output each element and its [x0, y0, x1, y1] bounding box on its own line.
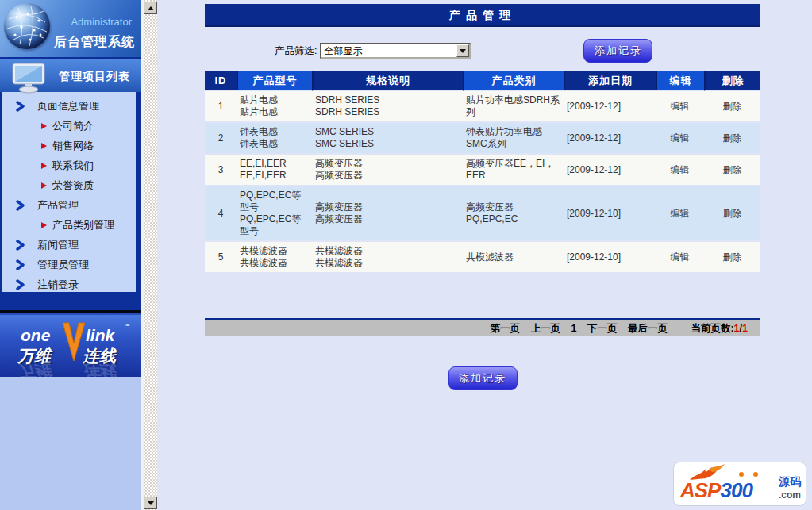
cell-date: [2009-12-12]	[564, 155, 656, 186]
table-row: 2 钟表电感 钟表电感 SMC SERIES SMC SERIES 钟表贴片功率…	[205, 123, 760, 155]
edit-link[interactable]: 编辑	[671, 164, 690, 175]
asp300-logo: ASP300 源码 .com	[673, 462, 806, 506]
cell-category: 贴片功率电感SDRH系列	[463, 91, 564, 123]
current-page-number: 1	[734, 323, 740, 334]
table-row: 3 EE,EI,EER EE,EI,EER 高频变压器 高频变压器 高频变压器E…	[205, 155, 760, 186]
cell-spec: SMC SERIES SMC SERIES	[312, 123, 463, 155]
triangle-right-icon	[41, 143, 47, 149]
sidebar-item-label: 产品管理	[37, 198, 79, 213]
cell-spec: 共模滤波器 共模滤波器	[312, 242, 463, 274]
triangle-right-icon	[41, 123, 47, 129]
pagination-bar: 第一页 上一页 1 下一页 最后一页 当前页数:1/1	[205, 318, 760, 336]
cell-model: 钟表电感 钟表电感	[237, 123, 312, 155]
cell-model: EE,EI,EER EE,EI,EER	[237, 155, 312, 186]
cell-category: 共模滤波器	[463, 242, 564, 274]
add-record-button[interactable]: 添加记录	[583, 39, 652, 63]
cell-category: 高频变压器EE，EI，EER	[463, 155, 564, 186]
chevron-right-icon	[16, 240, 25, 251]
chevron-right-icon	[16, 101, 25, 112]
prev-page-link[interactable]: 上一页	[531, 323, 561, 334]
select-value: 全部显示	[321, 44, 456, 57]
edit-link[interactable]: 编辑	[671, 101, 690, 112]
cell-category: 钟表贴片功率电感SMC系列	[463, 123, 564, 155]
col-header-spec: 规格说明	[312, 71, 463, 91]
total-pages-number: 1	[742, 323, 748, 334]
cell-model: PQ,EPC,EC等型号 PQ,EPC,EC等型号	[237, 186, 312, 242]
sidebar: Administrator 后台管理系统 管理项目列表 页面信息管理 公司简介 …	[0, 0, 141, 510]
sidebar-item-product-category-mgmt[interactable]: 产品类别管理	[2, 215, 136, 235]
delete-link[interactable]: 删除	[723, 164, 742, 175]
sidebar-item-honors[interactable]: 荣誉资质	[2, 175, 136, 195]
table-row: 5 共模滤波器 共模滤波器 共模滤波器 共模滤波器 共模滤波器 [2009-12…	[205, 242, 760, 274]
monitor-icon	[10, 62, 51, 97]
onelink-logo: one link ™ 万维 连线 万维 连线	[0, 313, 141, 377]
logo-dot	[753, 472, 758, 477]
cell-id: 1	[205, 91, 237, 123]
com-text: .com	[779, 489, 801, 500]
triangle-down-icon	[148, 501, 154, 505]
sidebar-item-news-mgmt[interactable]: 新闻管理	[2, 235, 136, 255]
table-header-row: ID 产品型号 规格说明 产品类别 添加日期 编辑 删除	[205, 71, 760, 91]
sidebar-item-label: 产品类别管理	[52, 218, 114, 232]
cell-id: 4	[205, 186, 237, 242]
yuanma-text: 源码	[779, 475, 801, 489]
cell-category: 高频变压器PQ,EPC,EC	[463, 186, 564, 242]
edit-link[interactable]: 编辑	[671, 208, 690, 219]
sidebar-item-label: 页面信息管理	[37, 99, 99, 113]
add-record-button-bottom[interactable]: 添加记录	[448, 366, 518, 390]
sidebar-item-sales-network[interactable]: 销售网络	[2, 136, 136, 155]
sidebar-item-label: 注销登录	[37, 278, 79, 292]
delete-link[interactable]: 删除	[723, 132, 742, 144]
main-area: 产品管理 产品筛选: 全部显示 添加记录 ID 产品型号 规格说明 产品类别 添…	[157, 0, 812, 510]
edit-link[interactable]: 编辑	[671, 132, 690, 144]
cell-model: 贴片电感 贴片电感	[237, 91, 312, 123]
menu-footer-bar	[0, 292, 141, 310]
vertical-scrollbar[interactable]	[144, 0, 157, 510]
page-title: 产品管理	[205, 4, 760, 27]
sidebar-subheader: 管理项目列表	[0, 57, 141, 92]
globe-icon	[4, 3, 50, 49]
sidebar-menu: 页面信息管理 公司简介 销售网络 联系我们 荣誉资质 产品管理 产品类别管理	[0, 92, 141, 292]
cell-id: 2	[205, 123, 237, 155]
scroll-down-button[interactable]	[144, 497, 157, 509]
sidebar-item-admin-mgmt[interactable]: 管理员管理	[2, 255, 136, 274]
delete-link[interactable]: 删除	[723, 101, 742, 112]
product-filter-select[interactable]: 全部显示	[320, 43, 471, 59]
page-number-link[interactable]: 1	[571, 323, 577, 334]
table-row: 4 PQ,EPC,EC等型号 PQ,EPC,EC等型号 高频变压器 高频变压器 …	[205, 186, 760, 242]
cell-spec: SDRH SERIES SDRH SERIES	[312, 91, 463, 123]
sidebar-item-label: 公司简介	[52, 119, 94, 133]
asp-number: 300	[720, 478, 752, 502]
sidebar-item-company-intro[interactable]: 公司简介	[2, 116, 136, 136]
last-page-link[interactable]: 最后一页	[628, 323, 668, 334]
onelink-logo-link: link	[86, 326, 114, 345]
col-header-category: 产品类别	[463, 71, 564, 91]
col-header-date: 添加日期	[564, 71, 656, 91]
onelink-logo-cn: 万维	[17, 345, 51, 367]
scroll-up-button[interactable]	[144, 2, 157, 14]
first-page-link[interactable]: 第一页	[491, 323, 521, 334]
delete-link[interactable]: 删除	[723, 251, 742, 263]
sidebar-item-label: 荣誉资质	[52, 178, 94, 193]
edit-link[interactable]: 编辑	[671, 251, 690, 263]
menu-title: 管理项目列表	[59, 70, 130, 84]
onelink-logo-one: one	[21, 326, 50, 345]
filter-label: 产品筛选:	[275, 44, 317, 58]
triangle-right-icon	[41, 222, 47, 228]
chevron-right-icon	[16, 200, 25, 211]
col-header-edit: 编辑	[656, 71, 704, 91]
chevron-right-icon	[16, 259, 25, 270]
sidebar-item-product-mgmt[interactable]: 产品管理	[2, 195, 136, 215]
sidebar-item-page-info[interactable]: 页面信息管理	[2, 96, 136, 116]
sidebar-item-label: 新闻管理	[37, 238, 79, 252]
triangle-up-icon	[148, 6, 154, 10]
dropdown-arrow-icon[interactable]	[456, 44, 469, 57]
delete-link[interactable]: 删除	[723, 208, 742, 219]
products-table: ID 产品型号 规格说明 产品类别 添加日期 编辑 删除 1 贴片电感 贴片电感…	[205, 71, 760, 274]
cell-date: [2009-12-10]	[564, 242, 656, 274]
sidebar-item-contact-us[interactable]: 联系我们	[2, 155, 136, 175]
col-header-model: 产品型号	[237, 71, 312, 91]
current-page-label: 当前页数:	[691, 323, 733, 334]
cell-date: [2009-12-12]	[564, 91, 656, 123]
next-page-link[interactable]: 下一页	[587, 323, 618, 334]
